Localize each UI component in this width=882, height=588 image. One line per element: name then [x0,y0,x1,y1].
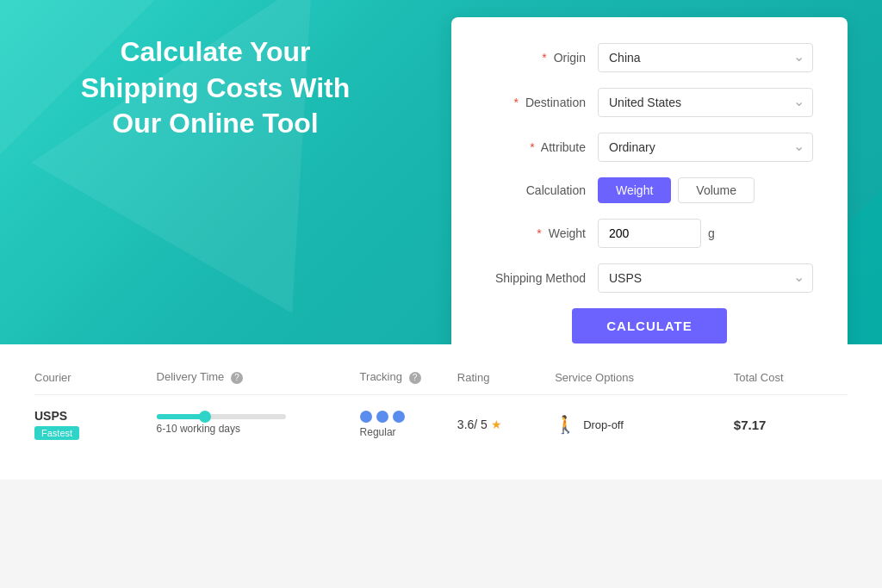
star-icon: ★ [491,418,502,431]
origin-label: * Origin [486,51,598,65]
header-rating: Rating [457,370,555,395]
calculation-label: Calculation [486,183,598,197]
weight-unit: g [708,226,715,240]
attribute-select-wrapper: Ordinary [598,133,813,162]
destination-label: * Destination [486,96,598,109]
bar-fill [157,414,202,419]
weight-input[interactable] [598,219,701,248]
delivery-cell: 6-10 working days [157,395,360,455]
delivery-bar [157,414,360,419]
tracking-dots [360,411,457,423]
bar-track [157,414,286,419]
attribute-row: * Attribute Ordinary [486,133,813,162]
attribute-label: * Attribute [486,140,598,154]
origin-select[interactable]: China [598,43,813,72]
shipping-method-select[interactable]: USPS [598,263,813,293]
tracking-info-icon[interactable]: ? [409,372,421,384]
results-section: Courier Delivery Time ? Tracking ? Ratin… [0,344,882,480]
total-cost-value: $7.17 [734,418,767,432]
required-star-attribute: * [530,140,534,154]
results-header: Courier Delivery Time ? Tracking ? Ratin… [34,370,848,395]
header-courier: Courier [34,370,157,395]
destination-select[interactable]: United States [598,88,813,117]
bar-dot [199,411,211,423]
person-icon: 🚶 [555,414,576,435]
required-star-origin: * [542,51,546,65]
weight-row: * Weight g [486,219,813,248]
attribute-select[interactable]: Ordinary [598,133,813,162]
results-table: Courier Delivery Time ? Tracking ? Ratin… [34,370,848,454]
calculate-button[interactable]: CALCULATE [572,308,727,344]
results-body: USPS Fastest 6-10 working days [34,395,848,455]
destination-select-wrapper: United States [598,88,813,117]
tracking-dot-2 [376,411,388,423]
origin-row: * Origin China [486,43,813,72]
weight-label: * Weight [486,226,598,240]
weight-input-group: g [598,219,813,248]
header-service: Service Options [555,370,734,395]
service-cell: 🚶 Drop-off [555,395,734,455]
required-star-weight: * [537,226,541,240]
shipping-method-select-wrapper: USPS [598,263,813,293]
shipping-method-row: Shipping Method USPS [486,263,813,293]
destination-row: * Destination United States [486,88,813,117]
tracking-dot-3 [393,411,405,423]
cost-cell: $7.17 [734,395,848,455]
shipping-method-label: Shipping Method [486,271,598,285]
fastest-badge: Fastest [34,426,79,440]
tracking-cell: Regular [360,395,457,455]
calculation-toggle: Weight Volume [598,177,755,203]
tracking-dot-1 [360,411,372,423]
required-star-destination: * [514,96,519,109]
header-cost: Total Cost [734,370,848,395]
delivery-info-icon[interactable]: ? [231,372,243,384]
courier-name: USPS [34,409,157,423]
calculation-row: Calculation Weight Volume [486,177,813,203]
service-option: 🚶 Drop-off [555,414,734,435]
rating-cell: 3.6/ 5 ★ [457,395,555,455]
table-row: USPS Fastest 6-10 working days [34,395,848,455]
working-days: 6-10 working days [157,423,360,435]
rating-value: 3.6/ 5 ★ [457,418,502,431]
tracking-label: Regular [360,426,457,438]
header-tracking: Tracking ? [360,370,457,395]
service-option-label: Drop-off [583,418,624,431]
hero-title: Calculate Your Shipping Costs With Our O… [52,34,379,142]
calculator-card: * Origin China * Destination United Stat… [451,17,848,344]
origin-select-wrapper: China [598,43,813,72]
volume-toggle-btn[interactable]: Volume [678,177,755,203]
weight-toggle-btn[interactable]: Weight [598,177,671,203]
header-delivery: Delivery Time ? [157,370,360,395]
courier-cell: USPS Fastest [34,395,157,455]
